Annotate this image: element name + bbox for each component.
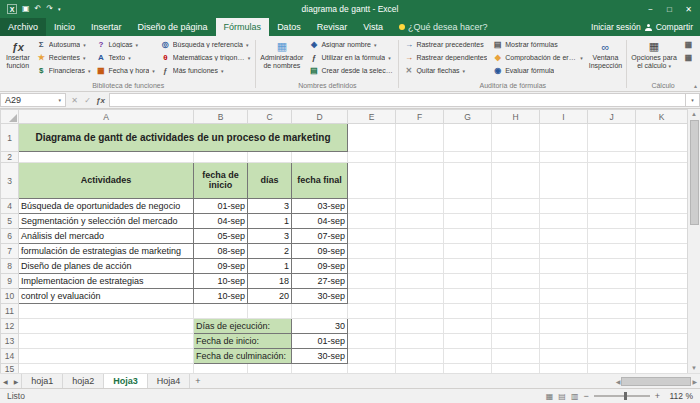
column-header-d[interactable]: D: [292, 110, 348, 124]
sheet-tab-hoja1[interactable]: hoja1: [22, 374, 63, 388]
page-break-view-button[interactable]: ▥: [571, 392, 579, 401]
cell-J4[interactable]: [588, 199, 636, 214]
ribbon-tab-datos[interactable]: Datos: [269, 18, 309, 36]
cell-G2[interactable]: [444, 152, 492, 163]
cell-H2[interactable]: [492, 152, 540, 163]
horizontal-scroll-thumb[interactable]: [621, 377, 691, 386]
cell-D3[interactable]: fecha final: [292, 163, 348, 199]
cell-D6[interactable]: 07-sep: [292, 229, 348, 244]
cell-J8[interactable]: [588, 259, 636, 274]
zoom-slider-thumb[interactable]: [624, 392, 627, 400]
cell-B6[interactable]: 05-sep: [194, 229, 248, 244]
sheet-tab-hoja3[interactable]: Hoja3: [104, 374, 148, 388]
cell-F10[interactable]: [396, 289, 444, 304]
ribbon-button-autosuma[interactable]: ΣAutosuma▾: [34, 38, 94, 51]
ribbon-button-busqueda-y-referencia[interactable]: ◎Búsqueda y referencia▾: [158, 38, 254, 51]
cell-I10[interactable]: [540, 289, 588, 304]
ribbon-button-logicas[interactable]: ?Lógicas▾: [93, 38, 157, 51]
zoom-in-button[interactable]: +: [655, 391, 660, 401]
cell-E11[interactable]: [348, 304, 396, 319]
row-header-10[interactable]: 10: [1, 289, 19, 304]
row-header-13[interactable]: 13: [1, 334, 19, 349]
cell-J3[interactable]: [588, 163, 636, 199]
cell-E6[interactable]: [348, 229, 396, 244]
ribbon-button-mostrar-formulas[interactable]: ▤Mostrar fórmulas: [490, 38, 586, 51]
zoom-out-button[interactable]: −: [583, 391, 588, 401]
cell-I12[interactable]: [540, 319, 588, 334]
cell-C2[interactable]: [248, 152, 292, 163]
sheet-tab-hoja4[interactable]: Hoja4: [148, 374, 191, 388]
cell-B13[interactable]: Fecha de inicio:: [194, 334, 292, 349]
cell-J14[interactable]: [588, 349, 636, 364]
cell-D9[interactable]: 27-sep: [292, 274, 348, 289]
cell-E4[interactable]: [348, 199, 396, 214]
ribbon-button-calculate-now[interactable]: ▦: [680, 38, 697, 51]
cell-D14[interactable]: 30-sep: [292, 349, 348, 364]
ribbon-button-crear-desde-la-seleccion[interactable]: ▤Crear desde la selección: [306, 64, 396, 77]
cell-A4[interactable]: Búsqueda de oportunidades de negocio: [19, 199, 194, 214]
cell-B15[interactable]: [194, 364, 248, 374]
cell-F2[interactable]: [396, 152, 444, 163]
cell-I4[interactable]: [540, 199, 588, 214]
ribbon-button-evaluar-formula[interactable]: ◉Evaluar fórmula: [490, 64, 586, 77]
row-header-8[interactable]: 8: [1, 259, 19, 274]
cell-E3[interactable]: [348, 163, 396, 199]
calculation-options-button[interactable]: ▦ Opciones para el cálculo▾: [629, 37, 679, 79]
cell-H7[interactable]: [492, 244, 540, 259]
cell-B10[interactable]: 10-sep: [194, 289, 248, 304]
sheet-nav-left-icon[interactable]: ◀: [0, 374, 11, 388]
name-box-dropdown-icon[interactable]: ▾: [58, 97, 61, 103]
cell-B14[interactable]: Fecha de culminación:: [194, 349, 292, 364]
cell-E15[interactable]: [348, 364, 396, 374]
cell-E5[interactable]: [348, 214, 396, 229]
cell-I5[interactable]: [540, 214, 588, 229]
cell-C5[interactable]: 1: [248, 214, 292, 229]
column-header-c[interactable]: C: [248, 110, 292, 124]
cell-H15[interactable]: [492, 364, 540, 374]
cell-G12[interactable]: [444, 319, 492, 334]
zoom-slider[interactable]: [594, 395, 650, 397]
ribbon-button-matematicas-y-trigonometricas[interactable]: θMatemáticas y trigonométricas▾: [158, 51, 254, 64]
cell-H14[interactable]: [492, 349, 540, 364]
cell-D10[interactable]: 30-sep: [292, 289, 348, 304]
row-header-6[interactable]: 6: [1, 229, 19, 244]
cell-H12[interactable]: [492, 319, 540, 334]
cell-J6[interactable]: [588, 229, 636, 244]
cell-C10[interactable]: 20: [248, 289, 292, 304]
row-header-2[interactable]: 2: [1, 152, 19, 163]
cell-G8[interactable]: [444, 259, 492, 274]
cell-D2[interactable]: [292, 152, 348, 163]
cell-B8[interactable]: 09-sep: [194, 259, 248, 274]
cell-H8[interactable]: [492, 259, 540, 274]
normal-view-button[interactable]: ▦: [546, 392, 554, 401]
row-header-3[interactable]: 3: [1, 163, 19, 199]
cell-K6[interactable]: [636, 229, 688, 244]
cell-H10[interactable]: [492, 289, 540, 304]
page-layout-view-button[interactable]: ▤: [558, 392, 566, 401]
formula-input[interactable]: [109, 93, 686, 107]
cell-D11[interactable]: [292, 304, 348, 319]
cell-J5[interactable]: [588, 214, 636, 229]
cell-A12[interactable]: [19, 319, 194, 334]
scroll-down-icon[interactable]: ▼: [691, 364, 697, 372]
cell-K9[interactable]: [636, 274, 688, 289]
cell-C7[interactable]: 2: [248, 244, 292, 259]
cell-F9[interactable]: [396, 274, 444, 289]
cell-C3[interactable]: días: [248, 163, 292, 199]
hscroll-right-icon[interactable]: ▶: [692, 378, 697, 385]
ribbon-button-financieras[interactable]: $Financieras▾: [34, 64, 94, 77]
cell-A11[interactable]: [19, 304, 194, 319]
cell-G14[interactable]: [444, 349, 492, 364]
cell-E14[interactable]: [348, 349, 396, 364]
cell-I6[interactable]: [540, 229, 588, 244]
cell-E8[interactable]: [348, 259, 396, 274]
cell-F12[interactable]: [396, 319, 444, 334]
share-button[interactable]: Compartir: [656, 22, 693, 32]
ribbon-tab-formulas[interactable]: Fórmulas: [216, 18, 270, 36]
cell-G13[interactable]: [444, 334, 492, 349]
cell-F8[interactable]: [396, 259, 444, 274]
cell-I8[interactable]: [540, 259, 588, 274]
ribbon-tab-vista[interactable]: Vista: [355, 18, 391, 36]
cell-K4[interactable]: [636, 199, 688, 214]
cell-K8[interactable]: [636, 259, 688, 274]
